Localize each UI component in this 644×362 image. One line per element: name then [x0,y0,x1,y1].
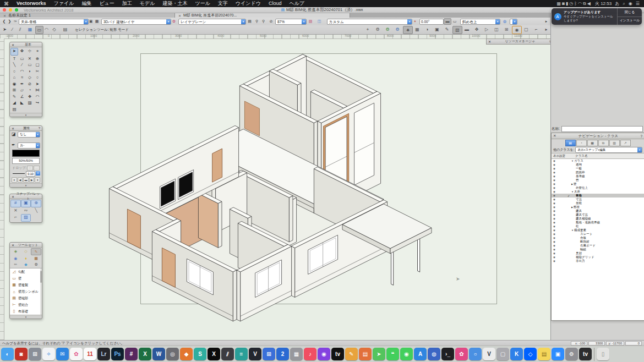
tree-closed-icon[interactable]: ▶ [571,183,573,185]
text-tool[interactable]: T [10,56,18,62]
snap-grid[interactable]: # [10,200,21,207]
class-row[interactable]: ◉非出力 [552,259,644,263]
nav-nav-tab-layers[interactable]: ◔ [576,140,587,146]
polyline-tool[interactable]: ≈ [18,74,26,81]
circle-tool[interactable]: ○ [34,74,41,81]
resource-manager-bar[interactable]: ✕ リソースマネージャ ? [486,39,550,45]
word[interactable]: W [152,348,165,360]
offset-tool[interactable]: ↪ [34,100,41,106]
toolset-item-5[interactable]: ⊢壁結合 [10,301,42,308]
atv[interactable]: tv [579,348,592,360]
nav-nav-tab-references[interactable]: ↗ [620,140,631,146]
class-row[interactable]: ◉▼天井 [552,190,644,194]
slashes-app[interactable]: ⫽ [221,348,234,360]
marker-button-0[interactable]: ▾ [12,177,17,183]
palette-collapse-strip[interactable]: ▾ [10,113,42,117]
class-row[interactable]: ◉見切 [552,251,644,255]
zoom-tool-icon[interactable]: ⊘ [268,19,274,24]
layer-options-icon[interactable]: ▦ [94,19,100,24]
arc2-tool[interactable]: ◠ [34,94,41,100]
wall-icon[interactable]: ▬ [462,26,471,33]
current-view-select[interactable]: 斜め右上▾ [460,19,500,25]
zoom-tool[interactable]: ⌖ [34,48,41,54]
active-layer-select[interactable]: 3Dパド 建物レイヤ▾ [101,19,171,25]
gear-icon[interactable]: ⚙ [373,26,382,33]
visibility-eye-icon[interactable]: ◉ [553,202,555,205]
blank[interactable] [26,106,34,113]
hex-tool[interactable]: ▱ [18,87,26,94]
menu-item-8[interactable]: 文字 [214,1,232,6]
menu-item-1[interactable]: ファイル [50,1,78,6]
menu-item-10[interactable]: Cloud [265,1,286,6]
help-icon[interactable]: ? [549,40,550,43]
render-glasses-icon[interactable]: ◫ [315,19,324,24]
palette-titlebar[interactable]: ✕ ナビゲーション - クラス ? [552,133,644,139]
saved-views-icon[interactable]: ▤ [247,19,253,24]
visibility-eye-icon[interactable]: ◉ [553,190,555,193]
terminal[interactable]: ›_ [441,348,454,360]
angle-tool[interactable]: ∠ [18,94,26,100]
visibility-eye-icon[interactable]: ◉ [553,179,555,182]
play-icon[interactable]: ▷ [482,26,491,33]
arc-tool[interactable]: ◠ [18,68,26,75]
close-tab-icon[interactable]: ✕ [3,14,6,18]
tree-open-icon[interactable]: ▼ [571,229,574,232]
modebar-overflow-button[interactable]: ▸ [544,26,549,33]
notification-close-button[interactable]: 閉じる [618,8,642,17]
back-button[interactable]: ❮ [2,19,7,24]
tree-open-icon[interactable]: ▼ [571,190,574,193]
style-mode-icon[interactable]: ▨ [307,19,314,24]
menu-item-7[interactable]: ツール [191,1,214,6]
eye-icon[interactable]: ◉ [512,26,522,34]
walkthrough-icon[interactable]: ⚲ [254,19,260,24]
document-tab-0[interactable]: ✕名称未設定 1 [0,13,175,18]
pinwheel-app[interactable]: ✿ [455,348,468,360]
grid-tool[interactable]: ⊞ [10,87,18,94]
help-icon[interactable]: ? [39,127,40,130]
gear-blue-icon[interactable]: ⚙ [393,26,402,33]
toolset-paint[interactable]: ✎ [31,248,41,255]
line2-tool[interactable]: ∕ [18,62,26,68]
visibility-eye-icon[interactable]: ◉ [553,233,555,235]
volume-icon[interactable]: ◀ [587,1,591,6]
music[interactable]: ♪ [304,348,316,360]
menu-item-4[interactable]: 加工 [118,1,136,6]
pencil-app[interactable]: ✎ [345,348,358,360]
shield-icon[interactable]: ◙ [562,1,565,6]
attach-tool[interactable]: ⊘ [26,81,34,87]
pen-icon[interactable]: ∕ [9,26,16,33]
class-filter-select[interactable]: 表示+スナップ+編集▾ [575,147,642,153]
active-class-select[interactable]: 天井-骨格▾ [19,19,89,25]
toolset-balls[interactable]: ◉ [10,255,21,261]
notes[interactable]: ▤ [538,348,550,360]
solid-icon[interactable]: ◫ [492,26,501,33]
marker-button-1[interactable]: ◀ [18,177,23,183]
menu-item-5[interactable]: モデル [136,1,159,6]
plane-mode-icon[interactable]: ✿ [171,19,177,24]
spotlight-icon[interactable]: ⌕ [623,1,625,7]
freeform-tool[interactable]: ◇ [26,74,34,81]
class-row[interactable]: ◉基準線 [552,174,644,178]
chamfer-tool[interactable]: ◣ [18,100,26,106]
fill-tool[interactable]: ◉ [10,81,18,87]
delete-tool[interactable]: ✕ [26,56,34,62]
zoom-level-select[interactable]: 87%▾ [275,19,307,25]
close-icon[interactable]: ✕ [12,127,14,130]
palette-collapse-strip[interactable]: ▾ [10,183,42,187]
visibility-eye-icon[interactable]: ◉ [553,167,555,170]
photos[interactable]: ✿ [70,348,83,360]
snap-angle[interactable]: ⊕ [31,200,41,207]
settings[interactable]: ⚙ [565,348,578,360]
class-row[interactable]: ◉一般 [552,167,644,171]
close-window-button[interactable] [3,8,6,12]
slack[interactable]: # [125,348,138,360]
toolset-item-0[interactable]: ◿勾配 [10,268,42,275]
class-options-icon[interactable]: ▣ [88,19,94,24]
menu-item-2[interactable]: 編集 [78,1,95,6]
render-mode-select[interactable]: カスタム▾ [327,19,412,25]
teal-lines-app[interactable]: ≡ [235,348,248,360]
class-row[interactable]: ◉軸組 [552,248,644,251]
rotate-tool[interactable]: ◔ [26,87,34,94]
battery-icon[interactable]: ▮ [566,1,568,6]
globe-icon[interactable]: ◍ [501,19,509,24]
